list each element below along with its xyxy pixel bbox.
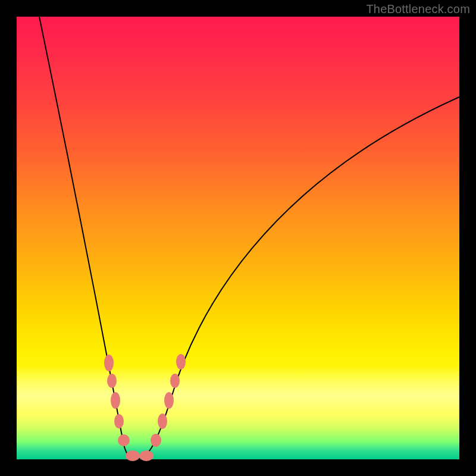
data-marker-2 [111, 392, 120, 409]
curve-right [136, 97, 459, 459]
data-marker-11 [176, 354, 186, 369]
data-marker-9 [164, 392, 174, 409]
data-marker-8 [158, 414, 167, 429]
chart-plot-area [17, 17, 459, 459]
data-marker-0 [104, 355, 114, 371]
data-marker-6 [139, 450, 154, 461]
data-marker-7 [151, 434, 161, 447]
chart-svg [17, 17, 459, 459]
data-marker-1 [107, 374, 117, 388]
data-marker-4 [118, 434, 130, 446]
markers-group [104, 354, 186, 461]
data-marker-3 [114, 414, 124, 428]
data-marker-5 [126, 450, 140, 461]
data-marker-10 [170, 374, 180, 388]
watermark-text: TheBottleneck.com [366, 2, 470, 16]
curve-left [39, 17, 136, 459]
